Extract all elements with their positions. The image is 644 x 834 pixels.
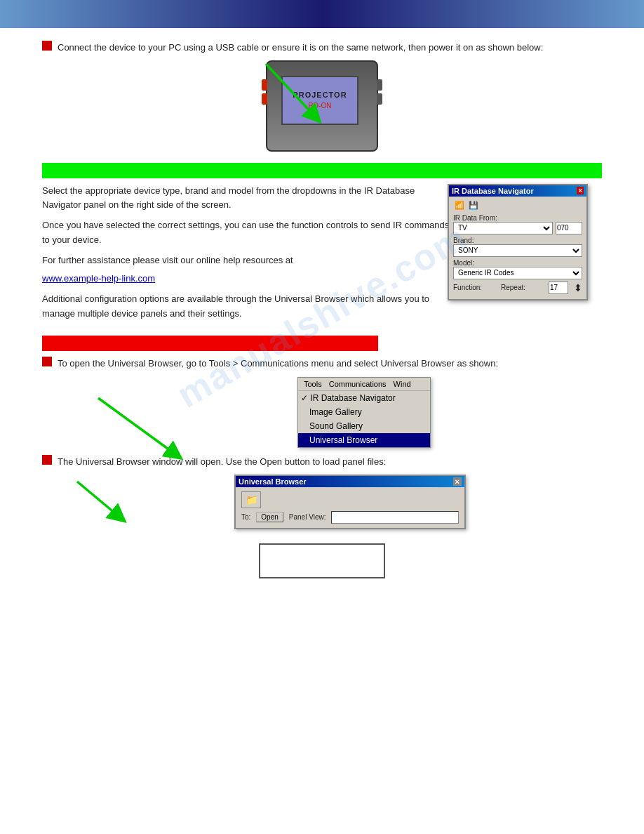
bottom-box [259, 543, 385, 578]
ir-dialog-brand-select[interactable]: SONY [453, 244, 582, 257]
menu-item-image-gallery[interactable]: Image Gallery [298, 405, 430, 419]
ir-dialog-titlebar: IR Database Navigator × [449, 185, 586, 197]
ub-toolbar: 📁 [241, 491, 459, 508]
ub-area: Universal Browser × 📁 To: Open Panel Vie… [42, 475, 602, 529]
ir-dialog-label-brand: Brand: [453, 237, 582, 244]
universal-browser-dialog[interactable]: Universal Browser × 📁 To: Open Panel Vie… [98, 475, 602, 529]
menu-item-sound-gallery[interactable]: Sound Gallery [298, 419, 430, 433]
ir-database-navigator-dialog[interactable]: IR Database Navigator × 📶 💾 IR Data From… [448, 184, 588, 300]
menu-box: Tools Communications Wind IR Database Na… [297, 377, 431, 448]
ir-dialog-model-select[interactable]: Generic IR Codes [453, 267, 582, 279]
section1-bullet-row: Connect the device to your PC using a US… [42, 41, 602, 55]
red-bullet-3 [42, 455, 52, 465]
menu-area: Tools Communications Wind IR Database Na… [42, 377, 602, 448]
ub-open-button[interactable]: Open [256, 512, 283, 522]
main-content: Connect the device to your PC using a US… [0, 28, 644, 585]
ir-dialog-repeat-input[interactable] [549, 282, 568, 294]
device-btn-1 [262, 79, 267, 91]
body-text-left: Select the appropriate device type, bran… [42, 184, 451, 322]
device-btn-r1 [377, 79, 382, 91]
device-image-area: PROJECTOR PO-ON [42, 60, 602, 152]
ir-dialog-label-data-from: IR Data From: [453, 214, 582, 222]
ub-content: 📁 To: Open Panel View: [236, 487, 464, 528]
section3-bullet-row: The Universal Browser window will open. … [42, 455, 602, 469]
bottom-box-area [42, 543, 602, 578]
body-para-2: Once you have selected the correct setti… [42, 218, 451, 248]
device-screen-text1: PROJECTOR [293, 91, 347, 99]
red-bar [42, 336, 378, 351]
section2-bullet-row: To open the Universal Browser, go to Too… [42, 357, 602, 371]
ir-dialog-label-function: Function: [453, 284, 495, 291]
ir-dialog-save-icon: 💾 [469, 201, 478, 210]
ub-titlebar: Universal Browser × [236, 476, 464, 487]
device-btn-r2 [377, 93, 382, 105]
ir-dialog-brand-row: SONY [453, 244, 582, 257]
ir-dialog-close-button[interactable]: × [577, 187, 584, 194]
body-link-text[interactable]: www.example-help-link.com [42, 273, 155, 284]
section1-text: Connect the device to your PC using a US… [58, 41, 602, 55]
ir-dialog-icon-row: 📶 💾 [453, 199, 582, 211]
ir-dialog-function-row: Function: Repeat: ⬍ [453, 282, 582, 294]
body-para-1: Select the appropriate device type, bran… [42, 184, 451, 213]
ub-panel-view-field [331, 511, 459, 524]
device-wrapper: PROJECTOR PO-ON [266, 60, 378, 152]
ir-dialog-data-from-select[interactable]: TV [453, 222, 553, 234]
ir-dialog-wifi-icon: 📶 [455, 201, 464, 210]
body-link[interactable]: www.example-help-link.com [42, 272, 451, 286]
menu-item-ir-database[interactable]: IR Database Navigator [298, 391, 430, 405]
ub-to-label: To: [241, 513, 250, 521]
ub-close-button[interactable]: × [453, 477, 462, 486]
section3-text: The Universal Browser window will open. … [58, 455, 602, 469]
ub-panel-label: Panel View: [289, 513, 326, 521]
red-bullet-1 [42, 41, 52, 51]
body-para-3: For further assistance please visit our … [42, 253, 451, 268]
menu-bar-tools[interactable]: Tools [301, 379, 325, 389]
device-screen-text2: PO-ON [309, 102, 332, 110]
ir-dialog-data-from-row: TV [453, 222, 582, 234]
menu-bar-wind[interactable]: Wind [391, 379, 414, 389]
red-bullet-2 [42, 357, 52, 366]
ub-row: To: Open Panel View: [241, 511, 459, 524]
ir-dialog-spin-icon[interactable]: ⬍ [574, 282, 582, 293]
header-bar [0, 0, 644, 28]
ub-box: Universal Browser × 📁 To: Open Panel Vie… [234, 475, 466, 529]
ir-dialog-label-model: Model: [453, 259, 582, 267]
body-para-4: Additional configuration options are ava… [42, 292, 451, 322]
green-bar [42, 163, 602, 178]
ir-dialog-code-input[interactable] [556, 222, 582, 234]
device-body: PROJECTOR PO-ON [266, 60, 378, 152]
ub-folder-icon-button[interactable]: 📁 [241, 491, 261, 508]
menu-screenshot: Tools Communications Wind IR Database Na… [126, 377, 602, 448]
menu-bar-communications[interactable]: Communications [326, 379, 389, 389]
ub-title: Universal Browser [239, 477, 307, 486]
ir-dialog-label-repeat: Repeat: [501, 284, 543, 291]
ir-dialog-title: IR Database Navigator [452, 187, 534, 195]
device-side-buttons-right [377, 79, 382, 105]
menu-bar: Tools Communications Wind [298, 378, 430, 391]
ir-dialog-content: 📶 💾 IR Data From: TV Brand: SONY Model: [449, 197, 586, 299]
device-btn-2 [262, 93, 267, 105]
menu-item-universal-browser[interactable]: Universal Browser [298, 433, 430, 447]
ir-section: IR Database Navigator × 📶 💾 IR Data From… [42, 184, 602, 324]
device-side-buttons-left [262, 79, 267, 105]
device-screen: PROJECTOR PO-ON [281, 76, 358, 125]
section2-text: To open the Universal Browser, go to Too… [58, 357, 602, 371]
ir-dialog-model-row: Generic IR Codes [453, 267, 582, 279]
